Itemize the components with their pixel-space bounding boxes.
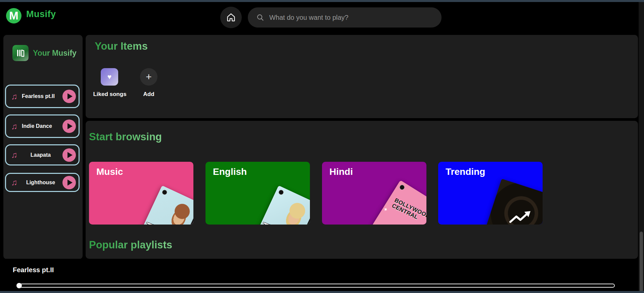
library-title: Your Musify xyxy=(33,49,77,58)
playlist-label: Indie Dance xyxy=(19,123,62,130)
album-art-side-strip: TODAY'S TOP HITS xyxy=(179,203,193,225)
liked-songs-tile[interactable]: ♥ xyxy=(101,68,118,86)
playlist-label: Lighthouse xyxy=(19,179,62,186)
music-note-icon: ♫ xyxy=(9,121,19,131)
play-icon xyxy=(67,152,73,158)
app-title: Musify xyxy=(26,9,56,19)
sidebar-playlist-fearless[interactable]: ♫ Fearless pt.II xyxy=(5,85,80,108)
playlist-label: Laapata xyxy=(19,152,62,158)
record-label-dot-icon xyxy=(399,184,406,191)
record-label-dot-icon xyxy=(161,189,168,196)
browse-card-english[interactable]: TMH TODAY'S TOP HITS English xyxy=(205,162,310,225)
musify-logo[interactable]: M xyxy=(6,8,21,23)
seek-bar[interactable] xyxy=(19,284,615,288)
sidebar-playlist-indie-dance[interactable]: ♫ Indie Dance xyxy=(5,114,80,138)
sidebar-playlist-lighthouse[interactable]: ♫ Lighthouse xyxy=(5,173,80,192)
start-browsing-title: Start browsing xyxy=(89,131,162,143)
browse-card-music[interactable]: TMH TODAY'S TOP HITS Music xyxy=(89,162,193,225)
heart-icon: ♥ xyxy=(107,73,111,81)
sidebar: Your Musify ♫ Fearless pt.II ♫ Indie Dan… xyxy=(3,35,83,259)
album-art-headphones xyxy=(482,179,543,225)
album-art-title-text: BOLLYWOOD CENTRAL xyxy=(391,197,426,225)
search-input[interactable] xyxy=(269,13,438,22)
search-bar[interactable] xyxy=(248,7,442,28)
bottom-edge-strip xyxy=(0,291,644,293)
star-icon: ✦ xyxy=(382,205,389,213)
library-icon xyxy=(12,45,29,61)
album-art-todays-top-hits: TMH TODAY'S TOP HITS xyxy=(257,185,310,225)
card-title: Trending xyxy=(446,166,485,177)
album-art-logo-text: TMH xyxy=(144,221,167,225)
playlist-play-button[interactable] xyxy=(62,119,76,133)
top-edge-strip xyxy=(0,0,644,2)
browse-card-hindi[interactable]: ✦ BOLLYWOOD CENTRAL Hindi xyxy=(322,162,426,225)
trending-arrow-icon xyxy=(508,207,533,225)
album-art-logo-text: TMH xyxy=(260,221,283,225)
add-label: Add xyxy=(139,91,159,98)
browse-card-trending[interactable]: Trending xyxy=(438,162,543,225)
now-playing-track: Fearless pt.II xyxy=(13,266,54,274)
album-art-side-strip: TODAY'S TOP HITS xyxy=(296,203,310,225)
playlist-play-button[interactable] xyxy=(62,148,76,162)
play-icon xyxy=(67,93,73,99)
playlist-play-button[interactable] xyxy=(62,176,76,189)
music-note-icon: ♫ xyxy=(9,92,19,101)
add-playlist-button[interactable]: + xyxy=(140,68,157,86)
music-note-icon: ♫ xyxy=(9,150,19,160)
playlist-label: Fearless pt.II xyxy=(19,93,62,100)
library-header[interactable]: Your Musify xyxy=(12,45,77,61)
popular-playlists-title: Popular playlists xyxy=(89,239,172,251)
home-icon xyxy=(226,12,236,22)
plus-icon: + xyxy=(146,71,152,83)
browse-panel: Start browsing TMH TODAY'S TOP HITS Musi… xyxy=(86,121,638,259)
album-art-bollywood-central: ✦ BOLLYWOOD CENTRAL xyxy=(372,180,426,225)
play-icon xyxy=(67,180,73,186)
scrollbar-thumb[interactable] xyxy=(640,232,643,292)
record-label-dot-icon xyxy=(278,189,284,196)
your-items-panel: Your Items ♥ Liked songs + Add xyxy=(86,35,638,118)
liked-songs-label: Liked songs xyxy=(90,91,129,98)
musify-app: M Musify Your Musify ♫ Fearle xyxy=(0,0,644,293)
page-scrollbar[interactable] xyxy=(639,2,644,291)
musify-logo-letter: M xyxy=(9,9,18,22)
card-title: English xyxy=(213,166,247,177)
your-items-title: Your Items xyxy=(95,40,148,52)
search-icon xyxy=(257,14,264,21)
music-note-icon: ♫ xyxy=(9,178,19,187)
card-title: Music xyxy=(96,166,123,177)
card-title: Hindi xyxy=(329,166,353,177)
home-button[interactable] xyxy=(220,7,242,28)
playlist-play-button[interactable] xyxy=(62,90,76,103)
album-art-todays-top-hits: TMH TODAY'S TOP HITS xyxy=(141,185,193,225)
sidebar-playlist-laapata[interactable]: ♫ Laapata xyxy=(5,144,80,165)
seek-thumb[interactable] xyxy=(16,283,22,288)
play-icon xyxy=(67,123,73,129)
